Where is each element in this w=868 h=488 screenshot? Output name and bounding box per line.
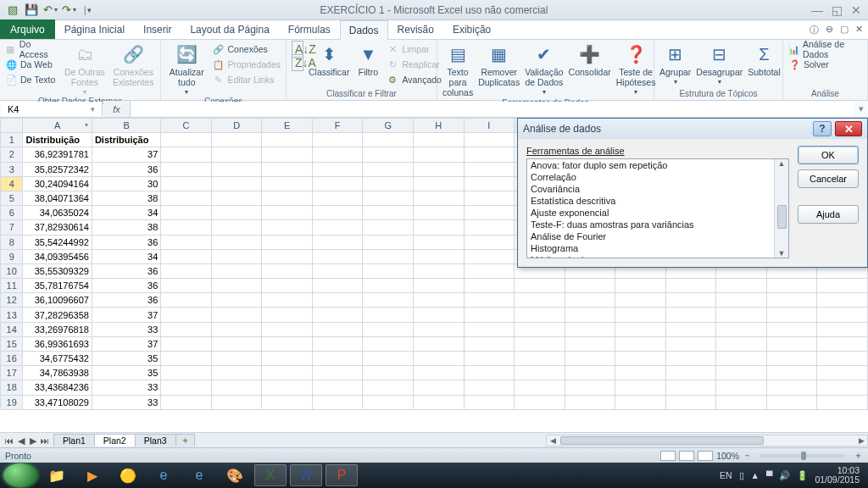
ribbon-min-icon[interactable]: ⓘ	[810, 24, 819, 36]
tab-review[interactable]: Revisão	[388, 19, 443, 39]
col-header-H[interactable]: H	[414, 119, 465, 133]
chevron-down-icon[interactable]: ▾	[91, 105, 95, 114]
cell-B3[interactable]: 36	[92, 162, 160, 176]
tray-vol-icon[interactable]: 🔊	[779, 470, 790, 481]
row-header-13[interactable]: 13	[1, 308, 23, 322]
excel-task-icon[interactable]: X	[254, 464, 287, 486]
other-sources-button[interactable]: 🗂De Outras Fontes▾	[63, 42, 106, 96]
sheet-tab-plan3[interactable]: Plan3	[135, 434, 176, 446]
sort-button[interactable]: ⬍Classificar	[309, 42, 349, 77]
cell-A2[interactable]: 36,92391781	[23, 147, 92, 162]
cell-B7[interactable]: 38	[92, 220, 160, 235]
from-web-button[interactable]: 🌐Da Web	[5, 58, 58, 71]
list-item[interactable]: Teste-F: duas amostras para variâncias	[527, 219, 788, 230]
new-sheet-button[interactable]: ✦	[175, 434, 195, 446]
formula-expand-icon[interactable]: ▾	[854, 101, 868, 117]
list-item[interactable]: Ajuste exponencial	[527, 207, 788, 219]
row-header-15[interactable]: 15	[1, 336, 23, 351]
close-icon[interactable]: ✕	[851, 3, 861, 17]
lang-indicator[interactable]: EN	[720, 470, 732, 480]
wmp-icon[interactable]: ▶	[76, 464, 108, 486]
tray-bat-icon[interactable]: 🔋	[797, 470, 808, 481]
list-item[interactable]: Covariância	[527, 183, 788, 195]
tab-data[interactable]: Dados	[340, 20, 388, 40]
advanced-button[interactable]: ⚙Avançado	[387, 73, 442, 86]
from-access-button[interactable]: ▦Do Access	[5, 42, 58, 56]
redo-icon[interactable]: ↷	[61, 3, 76, 18]
cell-B18[interactable]: 33	[92, 380, 160, 395]
col-header-C[interactable]: C	[161, 119, 212, 133]
formula-input[interactable]	[131, 102, 854, 116]
clear-filter-button[interactable]: ✕Limpar	[387, 42, 442, 56]
cell-B12[interactable]: 36	[92, 293, 160, 308]
analysis-tools-list[interactable]: Anova: fator duplo sem repetiçãoCorrelaç…	[526, 158, 789, 258]
ungroup-button[interactable]: ⊟Desagrupar▾	[696, 42, 743, 86]
scroll-up-icon[interactable]: ▲	[778, 159, 786, 168]
cell-A14[interactable]: 33,26976818	[23, 322, 92, 336]
scroll-down-icon[interactable]: ▼	[778, 249, 786, 258]
row-header-10[interactable]: 10	[1, 263, 23, 278]
tab-formulas[interactable]: Fórmulas	[279, 19, 340, 39]
undo-icon[interactable]: ↶	[42, 3, 58, 18]
select-all-corner[interactable]	[1, 119, 23, 133]
cell-A16[interactable]: 34,6775432	[23, 352, 92, 366]
tray-net-icon[interactable]: ▀	[766, 470, 772, 480]
data-analysis-button[interactable]: 📊Análise de Dados	[788, 42, 862, 56]
consolidate-button[interactable]: ➕Consolidar	[569, 42, 611, 77]
explorer-icon[interactable]: 📁	[41, 464, 73, 486]
list-item[interactable]: Anova: fator duplo sem repetição	[527, 159, 788, 171]
tab-file[interactable]: Arquivo	[0, 19, 55, 39]
cell-A8[interactable]: 35,54244992	[23, 235, 92, 249]
solver-button[interactable]: ❓Solver	[788, 58, 862, 71]
cell-A4[interactable]: 30,24094164	[23, 176, 92, 191]
reapply-button[interactable]: ↻Reaplicar	[387, 58, 442, 71]
list-item[interactable]: Estatística descritiva	[527, 195, 788, 207]
ppt-task-icon[interactable]: P	[326, 464, 358, 486]
row-header-3[interactable]: 3	[1, 162, 23, 176]
cell-A13[interactable]: 37,28296358	[23, 308, 92, 322]
dialog-close-button[interactable]: ✕	[835, 121, 862, 136]
zoom-out-button[interactable]: －	[743, 450, 752, 462]
cell-A10[interactable]: 35,55309329	[23, 263, 92, 278]
sheet-tab-plan2[interactable]: Plan2	[94, 434, 136, 446]
cell-A7[interactable]: 37,82930614	[23, 220, 92, 235]
row-header-12[interactable]: 12	[1, 293, 23, 308]
row-header-18[interactable]: 18	[1, 380, 23, 395]
row-header-1[interactable]: 1	[1, 133, 23, 147]
group-button[interactable]: ⊞Agrupar▾	[659, 42, 691, 86]
col-header-E[interactable]: E	[262, 119, 313, 133]
worksheet[interactable]: A▾BCDEFGHIJKLMNOP 1 Distribuição Distrib…	[0, 118, 868, 432]
remove-dup-button[interactable]: ▦Remover Duplicatas	[478, 42, 520, 87]
cell-A9[interactable]: 34,09395456	[23, 249, 92, 263]
connections-button[interactable]: 🔗Conexões	[213, 42, 281, 56]
existing-conn-button[interactable]: 🔗Conexões Existentes	[112, 42, 155, 87]
cell-B6[interactable]: 34	[92, 206, 160, 220]
row-header-6[interactable]: 6	[1, 206, 23, 220]
row-header-7[interactable]: 7	[1, 220, 23, 235]
cell-A6[interactable]: 34,0635024	[23, 206, 92, 220]
cell-B11[interactable]: 36	[92, 279, 160, 293]
window-close2-icon[interactable]: ✕	[855, 24, 863, 36]
cell-B1[interactable]: Distribuição	[92, 133, 160, 147]
tab-nav-next-icon[interactable]: ▶	[27, 435, 39, 446]
cancel-button[interactable]: Cancelar	[798, 169, 859, 188]
cell-B19[interactable]: 33	[92, 395, 160, 409]
tab-nav-last-icon[interactable]: ⏭	[39, 435, 51, 446]
chrome-icon[interactable]: 🟡	[112, 464, 144, 486]
row-header-14[interactable]: 14	[1, 322, 23, 336]
cell-A5[interactable]: 38,04071364	[23, 191, 92, 205]
sheet-tab-plan1[interactable]: Plan1	[53, 434, 95, 446]
clock[interactable]: 10:0301/09/2015	[815, 466, 860, 485]
cell-A18[interactable]: 33,43684236	[23, 380, 92, 395]
zoom-in-button[interactable]: ＋	[854, 450, 863, 462]
horizontal-scrollbar[interactable]: ◀ ▶	[546, 435, 868, 446]
col-header-D[interactable]: D	[211, 119, 262, 133]
list-item[interactable]: Análise de Fourier	[527, 230, 788, 242]
col-header-A[interactable]: A▾	[23, 119, 92, 133]
list-item[interactable]: Histograma	[527, 242, 788, 254]
view-layout-button[interactable]	[679, 451, 694, 461]
name-box[interactable]: K4▾	[1, 102, 103, 116]
cell-B8[interactable]: 36	[92, 235, 160, 249]
from-text-button[interactable]: 📄De Texto	[5, 73, 58, 86]
cell-A15[interactable]: 36,99361693	[23, 336, 92, 351]
